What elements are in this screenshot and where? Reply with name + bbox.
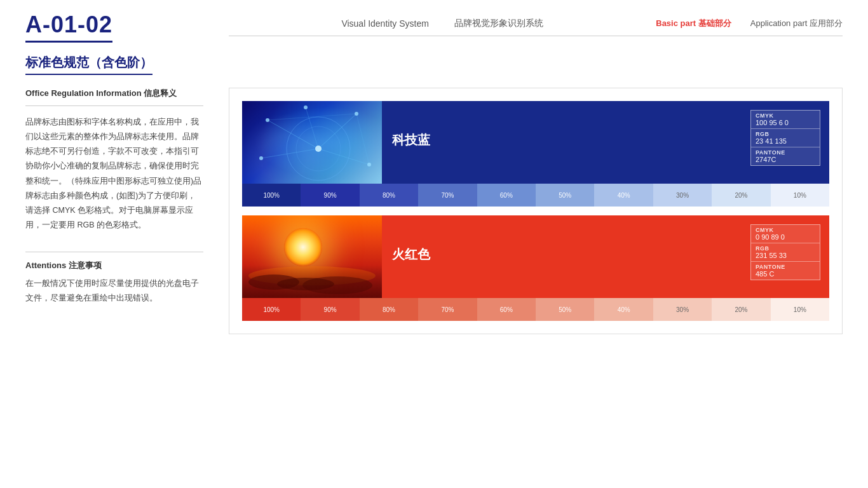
red-swatch-40: 40%	[594, 298, 653, 321]
sub-title-text: 标准色规范（含色阶）	[25, 54, 153, 75]
red-cmyk-row: CMYK 0 90 89 0	[751, 225, 820, 243]
svg-point-9	[266, 118, 269, 122]
tech-blue-img	[242, 101, 382, 184]
blue-color-main: 科技蓝 CMYK 100 95 6 0 RGB 23 41 135 PANTON…	[382, 101, 829, 184]
svg-line-4	[318, 149, 369, 165]
svg-point-12	[259, 156, 263, 160]
red-swatch-60: 60%	[477, 298, 536, 321]
svg-point-18	[277, 278, 334, 290]
blue-swatch-60: 60%	[477, 184, 536, 207]
blue-swatch-20: 20%	[712, 184, 770, 207]
red-swatch-80: 80%	[360, 298, 418, 321]
attention-body: 在一般情况下使用时应尽量使用提供的光盘电子文件，尽量避免在重绘中出现错误。	[25, 276, 203, 306]
blue-info-box: CMYK 100 95 6 0 RGB 23 41 135 PANTONE 27…	[750, 110, 820, 166]
svg-point-13	[304, 105, 308, 109]
svg-point-17	[302, 276, 372, 294]
sub-title-section: 标准色规范（含色阶）	[0, 43, 868, 75]
nav-application[interactable]: Application part 应用部分	[750, 18, 843, 29]
red-swatch-row: 100% 90% 80% 70% 60% 50% 40% 30% 20% 10%	[242, 298, 829, 321]
svg-line-5	[261, 149, 318, 158]
blue-swatch-80: 80%	[360, 184, 418, 207]
blue-swatch-40: 40%	[594, 184, 653, 207]
header-left: A-01-02	[25, 11, 229, 43]
svg-line-3	[318, 114, 356, 149]
blue-rgb-row: RGB 23 41 135	[751, 129, 820, 147]
page-code: A-01-02	[25, 11, 112, 43]
red-swatch-90: 90%	[301, 298, 359, 321]
red-swatch-100: 100%	[242, 298, 301, 321]
main-content: Office Regulation Information 信息释义 品牌标志由…	[0, 75, 868, 347]
svg-point-14	[315, 146, 322, 152]
right-panels: 科技蓝 CMYK 100 95 6 0 RGB 23 41 135 PANTON…	[229, 88, 843, 334]
svg-line-8	[356, 114, 369, 165]
blue-swatch-70: 70%	[418, 184, 477, 207]
header: A-01-02 Visual Identity System 品牌视觉形象识别系…	[0, 0, 868, 43]
svg-point-16	[248, 274, 299, 290]
red-info-box: CMYK 0 90 89 0 RGB 231 55 33 PANTONE 485…	[750, 224, 820, 280]
blue-pantone-row: PANTONE 2747C	[751, 147, 820, 165]
fire-img	[242, 215, 382, 298]
svg-point-10	[355, 112, 358, 116]
blue-swatch-row: 100% 90% 80% 70% 60% 50% 40% 30% 20% 10%	[242, 184, 829, 207]
svg-point-15	[248, 266, 376, 285]
blue-cmyk-row: CMYK 100 95 6 0	[751, 111, 820, 129]
nav-basic[interactable]: Basic part 基础部分	[656, 18, 731, 29]
fire-svg	[242, 215, 382, 298]
color-section-red: 火红色 CMYK 0 90 89 0 RGB 231 55 33 PANTONE	[242, 215, 829, 321]
red-pantone-row: PANTONE 485 C	[751, 262, 820, 280]
attention-divider	[25, 252, 203, 252]
vi-title-cn: 品牌视觉形象识别系统	[454, 18, 543, 29]
vi-title-en: Visual Identity System	[341, 18, 428, 29]
info-title: Office Regulation Information 信息释义	[25, 88, 203, 106]
info-body: 品牌标志由图标和字体名称构成，在应用中，我们以这些元素的整体作为品牌标志来使用。…	[25, 115, 203, 233]
blue-swatch-50: 50%	[536, 184, 594, 207]
color-row-red: 火红色 CMYK 0 90 89 0 RGB 231 55 33 PANTONE	[242, 215, 829, 298]
left-sidebar: Office Regulation Information 信息释义 品牌标志由…	[25, 88, 216, 334]
blue-image	[242, 101, 382, 184]
header-center: Visual Identity System 品牌视觉形象识别系统	[229, 18, 656, 36]
svg-line-7	[268, 114, 356, 120]
red-rgb-row: RGB 231 55 33	[751, 243, 820, 262]
color-row-blue: 科技蓝 CMYK 100 95 6 0 RGB 23 41 135 PANTON…	[242, 101, 829, 184]
blue-swatch-10: 10%	[771, 184, 829, 207]
svg-point-11	[367, 163, 371, 166]
red-color-main: 火红色 CMYK 0 90 89 0 RGB 231 55 33 PANTONE	[382, 215, 829, 298]
header-right: Basic part 基础部分 Application part 应用部分	[656, 18, 843, 36]
red-swatch-10: 10%	[771, 298, 829, 321]
attention-title: Attentions 注意事项	[25, 260, 203, 271]
blue-swatch-90: 90%	[301, 184, 359, 207]
red-image	[242, 215, 382, 298]
blue-swatch-100: 100%	[242, 184, 301, 207]
tech-svg	[242, 101, 382, 184]
color-section-blue: 科技蓝 CMYK 100 95 6 0 RGB 23 41 135 PANTON…	[242, 101, 829, 207]
red-swatch-70: 70%	[418, 298, 477, 321]
red-swatch-50: 50%	[536, 298, 594, 321]
blue-swatch-30: 30%	[653, 184, 712, 207]
red-swatch-20: 20%	[712, 298, 770, 321]
red-swatch-30: 30%	[653, 298, 712, 321]
